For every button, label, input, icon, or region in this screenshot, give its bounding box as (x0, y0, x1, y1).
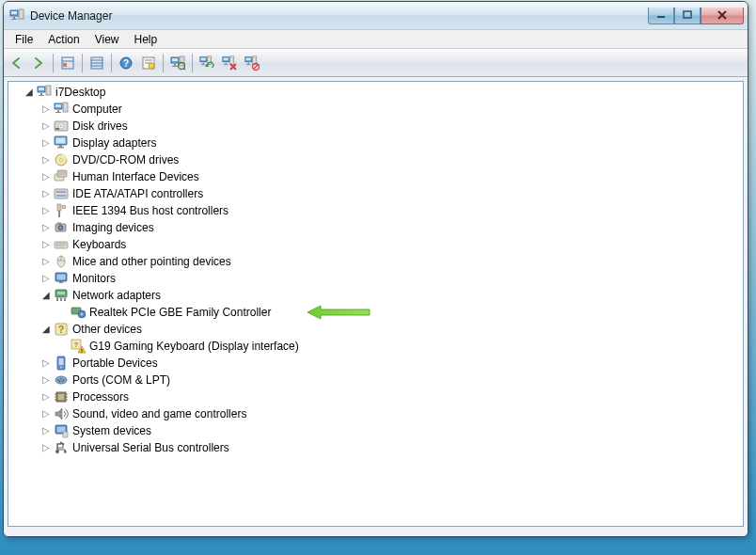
tree-node-network-adapters[interactable]: ◢ Network adapters (8, 287, 743, 304)
property-sheet-icon (141, 56, 156, 71)
computer-icon (54, 102, 69, 117)
uninstall-icon (222, 56, 237, 71)
tree-node-ports[interactable]: ▷ Ports (COM & LPT) (8, 372, 743, 388)
nic-device-icon (71, 305, 86, 320)
menu-action[interactable]: Action (40, 31, 87, 48)
tree-root[interactable]: ◢ i7Desktop (8, 84, 743, 101)
expand-icon[interactable]: ▷ (40, 137, 52, 149)
toolbar-back-button[interactable] (6, 53, 26, 73)
ide-controller-icon (54, 186, 69, 201)
expand-icon[interactable]: ▷ (40, 188, 52, 199)
tree-node-dvd-cdrom[interactable]: ▷ DVD/CD-ROM drives (8, 151, 743, 168)
svg-marker-96 (307, 306, 370, 319)
monitor-icon (54, 271, 69, 286)
tree-node-hid[interactable]: ▷ Human Interface Devices (8, 168, 743, 185)
close-button[interactable] (701, 8, 744, 24)
tree-node-portable-devices[interactable]: ▷ Portable Devices (8, 355, 743, 372)
window-title: Device Manager (30, 9, 648, 23)
expand-icon[interactable]: ▷ (40, 154, 52, 166)
forward-arrow-icon (31, 56, 46, 71)
collapse-icon[interactable]: ◢ (24, 87, 35, 98)
toolbar-separator (163, 54, 164, 72)
tree-node-keyboards[interactable]: ▷ Keyboards (8, 236, 743, 253)
tree-node-other-devices[interactable]: ◢ Other devices (8, 321, 743, 338)
toolbar-forward-button[interactable] (28, 53, 49, 73)
statusbar (4, 531, 748, 536)
toolbar-separator (111, 54, 112, 72)
toolbar-props2-button[interactable] (138, 53, 159, 73)
display-adapter-icon (54, 135, 69, 151)
disk-drive-icon (54, 119, 69, 134)
other-devices-icon (54, 322, 69, 337)
hid-icon (54, 169, 69, 184)
cpu-icon (54, 389, 69, 404)
menu-file[interactable]: File (8, 31, 40, 48)
speaker-icon (54, 406, 69, 421)
collapse-icon[interactable]: ◢ (40, 290, 52, 301)
disable-icon (244, 56, 260, 71)
portable-device-icon (54, 356, 69, 371)
expand-icon[interactable]: ▷ (40, 171, 52, 182)
collapse-icon[interactable]: ◢ (40, 324, 52, 335)
tree-leaf-g19-keyboard[interactable]: G19 Gaming Keyboard (Display interface) (8, 338, 743, 355)
tree-node-imaging[interactable]: ▷ Imaging devices (8, 219, 743, 236)
menu-view[interactable]: View (87, 31, 127, 48)
device-tree-pane: ◢ i7Desktop ▷ Computer ▷ Disk drives ▷ (8, 81, 744, 527)
expand-icon[interactable]: ▷ (40, 425, 52, 436)
expand-icon[interactable]: ▷ (40, 408, 52, 420)
tree-node-system-devices[interactable]: ▷ System devices (8, 422, 743, 439)
keyboard-icon (54, 237, 69, 252)
expand-icon[interactable]: ▷ (40, 222, 52, 233)
tree-node-ide-atapi[interactable]: ▷ IDE ATA/ATAPI controllers (8, 185, 743, 202)
minimize-button[interactable] (648, 8, 674, 24)
toolbar-help-button[interactable] (116, 53, 136, 73)
toolbar-uninstall-button[interactable] (219, 53, 240, 73)
mouse-icon (54, 254, 69, 269)
expand-icon[interactable]: ▷ (40, 120, 52, 132)
toolbar-separator (53, 54, 54, 72)
content-area: ◢ i7Desktop ▷ Computer ▷ Disk drives ▷ (4, 77, 748, 531)
device-tree: ◢ i7Desktop ▷ Computer ▷ Disk drives ▷ (8, 82, 743, 458)
toolbar-disable-button[interactable] (242, 53, 262, 73)
help-icon (118, 56, 134, 71)
toolbar-show-hidden-button[interactable] (57, 53, 78, 73)
tree-node-mice[interactable]: ▷ Mice and other pointing devices (8, 253, 743, 270)
expand-icon[interactable]: ▷ (40, 103, 52, 115)
toolbar-scan-button[interactable] (167, 53, 188, 73)
tree-node-processors[interactable]: ▷ Processors (8, 388, 743, 405)
expand-icon[interactable]: ▷ (40, 239, 52, 250)
tree-node-sound-video-game[interactable]: ▷ Sound, video and game controllers (8, 405, 743, 422)
camera-icon (54, 220, 69, 235)
menu-help[interactable]: Help (127, 31, 165, 48)
maximize-button[interactable] (674, 8, 701, 24)
toolbar-separator (192, 54, 193, 72)
expand-icon[interactable]: ▷ (40, 374, 52, 386)
dvd-icon (54, 152, 69, 167)
usb-icon (54, 440, 69, 455)
expand-icon[interactable]: ▷ (40, 273, 52, 284)
back-arrow-icon (8, 56, 24, 71)
expand-icon[interactable]: ▷ (40, 391, 52, 403)
expand-icon[interactable]: ▷ (40, 256, 52, 267)
svg-rect-95 (684, 11, 691, 18)
tree-leaf-realtek-nic[interactable]: Realtek PCIe GBE Family Controller (8, 304, 743, 321)
menubar: File Action View Help (4, 30, 748, 49)
titlebar: Device Manager (4, 2, 748, 30)
tree-node-computer[interactable]: ▷ Computer (8, 101, 743, 118)
firewire-icon (54, 203, 69, 218)
grid-icon (60, 56, 75, 71)
scan-hardware-icon (170, 56, 185, 71)
toolbar-separator (82, 54, 83, 72)
toolbar-update-button[interactable] (197, 53, 217, 73)
tree-node-ieee1394[interactable]: ▷ IEEE 1394 Bus host controllers (8, 202, 743, 219)
device-manager-window: Device Manager File Action View Help (3, 1, 748, 537)
expand-icon[interactable]: ▷ (40, 442, 52, 453)
expand-icon[interactable]: ▷ (40, 357, 52, 369)
tree-node-monitors[interactable]: ▷ Monitors (8, 270, 743, 287)
toolbar-properties-button[interactable] (87, 53, 107, 73)
tree-node-display-adapters[interactable]: ▷ Display adapters (8, 135, 743, 151)
tree-node-disk-drives[interactable]: ▷ Disk drives (8, 118, 743, 135)
expand-icon[interactable]: ▷ (40, 205, 52, 216)
tree-node-usb-controllers[interactable]: ▷ Universal Serial Bus controllers (8, 439, 743, 456)
highlight-arrow-icon (306, 305, 371, 320)
